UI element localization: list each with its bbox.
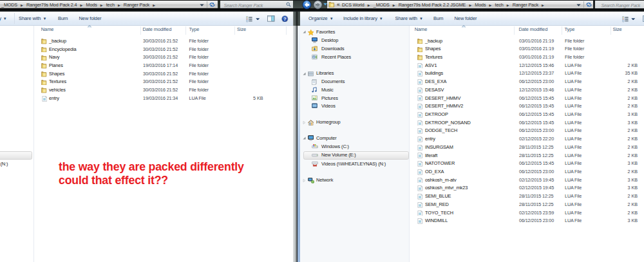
svg-text:?: ?: [283, 16, 287, 22]
